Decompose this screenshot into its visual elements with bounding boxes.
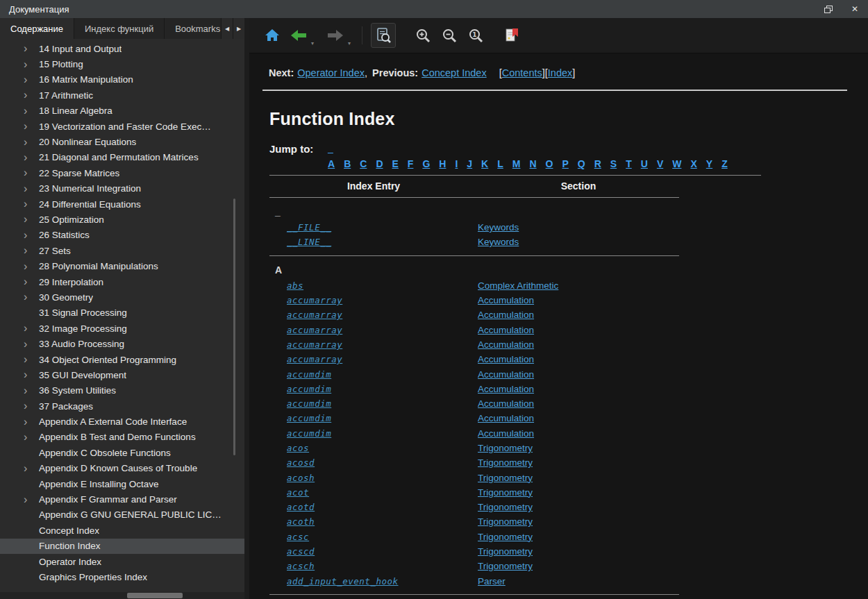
chevron-right-icon[interactable]: › <box>24 199 39 210</box>
sidebar-item-16-matrix-manipulation[interactable]: ›16 Matrix Manipulation <box>0 72 244 87</box>
sidebar-item-18-linear-algebra[interactable]: ›18 Linear Algebra <box>0 103 244 119</box>
sidebar-horizontal-scrollbar[interactable] <box>0 592 244 599</box>
sidebar-item-concept-index[interactable]: Concept Index <box>0 523 244 538</box>
chevron-right-icon[interactable]: › <box>24 432 39 443</box>
zoom-out-button[interactable] <box>437 24 461 47</box>
jump-letter-b[interactable]: B <box>344 158 351 169</box>
section-link[interactable]: Trigonometry <box>478 487 533 498</box>
sidebar-item-23-numerical-integration[interactable]: ›23 Numerical Integration <box>0 181 244 196</box>
function-link[interactable]: acosd <box>287 457 315 468</box>
jump-letter-j[interactable]: J <box>467 158 472 169</box>
function-link[interactable]: accumdim <box>287 369 331 380</box>
close-button[interactable]: ✕ <box>842 0 868 18</box>
bookmark-button[interactable] <box>500 24 524 47</box>
jump-letter-p[interactable]: P <box>562 158 568 169</box>
sidebar-item-appendix-b-test-and-demo-functions[interactable]: ›Appendix B Test and Demo Functions <box>0 430 244 445</box>
jump-letter-e[interactable]: E <box>392 158 399 169</box>
function-link[interactable]: acsc <box>287 532 309 542</box>
chevron-right-icon[interactable]: › <box>24 385 39 396</box>
sidebar-item-14-input-and-output[interactable]: ›14 Input and Output <box>0 41 244 56</box>
function-link[interactable]: accumdim <box>287 384 331 394</box>
function-link[interactable]: __LINE__ <box>287 237 331 247</box>
section-link[interactable]: Complex Arithmetic <box>478 280 558 291</box>
jump-letter-x[interactable]: X <box>690 158 696 169</box>
jump-letter-f[interactable]: F <box>408 158 414 169</box>
function-link[interactable]: accumdim <box>287 413 331 423</box>
chevron-right-icon[interactable]: › <box>24 400 39 412</box>
chevron-right-icon[interactable]: › <box>24 137 39 148</box>
index-link[interactable]: Index <box>548 67 572 78</box>
sidebar-item-operator-index[interactable]: Operator Index <box>0 554 244 569</box>
jump-letter-k[interactable]: K <box>481 158 488 169</box>
function-link[interactable]: acotd <box>287 502 315 512</box>
sidebar-item-appendix-g-gnu-general-public-lic[interactable]: Appendix G GNU GENERAL PUBLIC LIC… <box>0 507 244 523</box>
section-link[interactable]: Accumulation <box>478 339 534 350</box>
jump-letter-g[interactable]: G <box>422 158 430 169</box>
sidebar-vertical-scrollbar-thumb[interactable] <box>233 199 235 455</box>
section-link[interactable]: Parser <box>478 576 506 587</box>
chevron-right-icon[interactable]: › <box>24 167 39 178</box>
function-link[interactable]: accumarray <box>287 325 342 335</box>
jump-letter-w[interactable]: W <box>672 158 681 169</box>
section-link[interactable]: Accumulation <box>478 398 534 409</box>
function-link[interactable]: accumdim <box>287 398 331 409</box>
chevron-right-icon[interactable]: › <box>24 214 39 225</box>
jump-letter-i[interactable]: I <box>455 158 458 169</box>
function-link[interactable]: acosh <box>287 473 315 483</box>
sidebar-item-24-differential-equations[interactable]: ›24 Differential Equations <box>0 196 244 212</box>
section-link[interactable]: Trigonometry <box>478 457 533 468</box>
chevron-right-icon[interactable]: › <box>24 292 39 303</box>
tab-contents[interactable]: Содержание <box>0 18 74 39</box>
jump-letter-l[interactable]: L <box>497 158 503 169</box>
jump-letter-o[interactable]: O <box>546 158 553 169</box>
sidebar-item-appendix-e-installing-octave[interactable]: Appendix E Installing Octave <box>0 476 244 491</box>
jump-letter-y[interactable]: Y <box>706 158 712 169</box>
sidebar-item-appendix-a-external-code-interface[interactable]: ›Appendix A External Code Interface <box>0 414 244 429</box>
section-link[interactable]: Accumulation <box>478 325 534 335</box>
sidebar-item-20-nonlinear-equations[interactable]: ›20 Nonlinear Equations <box>0 134 244 149</box>
sidebar-item-15-plotting[interactable]: ›15 Plotting <box>0 56 244 71</box>
tab-scroll-right-button[interactable]: ▶ <box>233 18 244 39</box>
zoom-in-button[interactable] <box>411 24 435 47</box>
sidebar-horizontal-scrollbar-thumb[interactable] <box>127 593 183 598</box>
sidebar-item-34-object-oriented-programming[interactable]: ›34 Object Oriented Programming <box>0 352 244 367</box>
sidebar-item-31-signal-processing[interactable]: 31 Signal Processing <box>0 305 244 321</box>
chevron-right-icon[interactable]: › <box>24 230 39 241</box>
jump-letter-a[interactable]: A <box>328 158 335 169</box>
home-button[interactable] <box>260 24 284 47</box>
jump-letter-t[interactable]: T <box>626 158 632 169</box>
function-link[interactable]: add_input_event_hook <box>287 576 399 587</box>
section-link[interactable]: Accumulation <box>478 384 534 394</box>
function-link[interactable]: accumarray <box>287 295 342 305</box>
chevron-right-icon[interactable]: › <box>24 354 39 365</box>
function-link[interactable]: accumdim <box>287 428 331 439</box>
forward-button[interactable] <box>324 24 347 47</box>
sidebar-item-appendix-c-obsolete-functions[interactable]: Appendix C Obsolete Functions <box>0 445 244 460</box>
chevron-right-icon[interactable]: › <box>24 416 39 428</box>
section-link[interactable]: Accumulation <box>478 354 534 364</box>
sidebar-item-graphics-properties-index[interactable]: Graphics Properties Index <box>0 569 244 584</box>
next-link[interactable]: Operator Index <box>297 67 365 78</box>
chevron-right-icon[interactable]: › <box>24 43 39 54</box>
contents-link[interactable]: Contents <box>502 67 542 78</box>
function-link[interactable]: abs <box>287 280 303 291</box>
forward-history-dropdown-icon[interactable]: ▾ <box>348 40 351 47</box>
chevron-right-icon[interactable]: › <box>24 152 39 163</box>
jump-letter-d[interactable]: D <box>376 158 383 169</box>
section-link[interactable]: Keywords <box>478 237 519 247</box>
chevron-right-icon[interactable]: › <box>24 121 39 132</box>
sidebar-item-33-audio-processing[interactable]: ›33 Audio Processing <box>0 336 244 351</box>
section-link[interactable]: Trigonometry <box>478 516 533 527</box>
sidebar-item-19-vectorization-and-faster-code-exec[interactable]: ›19 Vectorization and Faster Code Exec… <box>0 119 244 134</box>
jump-letter-s[interactable]: S <box>610 158 617 169</box>
section-link[interactable]: Keywords <box>478 222 519 233</box>
find-button[interactable] <box>371 23 396 48</box>
function-link[interactable]: acot <box>287 487 309 498</box>
restore-button[interactable] <box>815 0 842 18</box>
section-link[interactable]: Trigonometry <box>478 532 533 542</box>
chevron-right-icon[interactable]: › <box>24 494 39 505</box>
function-link[interactable]: acos <box>287 443 309 453</box>
jump-letter-c[interactable]: C <box>360 158 367 169</box>
jump-letter-h[interactable]: H <box>439 158 446 169</box>
sidebar-item-27-sets[interactable]: ›27 Sets <box>0 243 244 258</box>
